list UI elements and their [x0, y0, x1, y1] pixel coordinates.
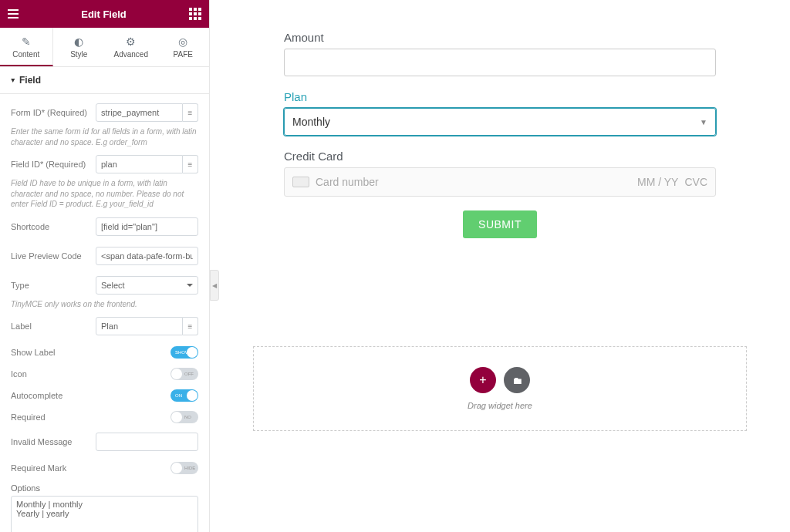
field-id-help: Field ID have to be unique in a form, wi…	[11, 178, 198, 210]
dynamic-tag-icon[interactable]: ≡	[183, 155, 198, 173]
field-amount: Amount	[284, 31, 716, 76]
type-help: TinyMCE only works on the frontend.	[11, 299, 198, 310]
required-label: Required	[11, 412, 46, 422]
card-icon	[292, 177, 309, 187]
tab-advanced[interactable]: ⚙Advanced	[105, 28, 157, 66]
options-label: Options	[11, 483, 198, 493]
panel-title: Edit Field	[81, 8, 127, 20]
editor-tabs: ✎Content ◐Style ⚙Advanced ◎PAFE	[0, 28, 209, 67]
plan-select[interactable]: Monthly ▼	[284, 108, 716, 136]
amount-input[interactable]	[284, 49, 716, 76]
menu-icon[interactable]	[8, 9, 19, 19]
autocomplete-toggle[interactable]: ON	[170, 389, 198, 402]
required-mark-label: Required Mark	[11, 463, 66, 473]
cc-label: Credit Card	[284, 150, 716, 163]
tab-content[interactable]: ✎Content	[0, 28, 53, 66]
dynamic-tag-icon[interactable]: ≡	[183, 317, 198, 335]
cc-cvc-placeholder: CVC	[684, 176, 707, 188]
shortcode-label: Shortcode	[11, 222, 96, 231]
field-id-label: Field ID* (Required)	[11, 160, 96, 169]
show-label-toggle[interactable]: SHOW	[170, 346, 198, 359]
apps-icon[interactable]	[189, 8, 201, 20]
template-library-button[interactable]: 🖿	[504, 367, 530, 393]
form-id-help: Enter the same form id for all fields in…	[11, 126, 198, 147]
panel-header: Edit Field	[0, 0, 209, 28]
section-header[interactable]: ▴Field	[0, 67, 209, 94]
panel-collapse-handle[interactable]: ◀	[210, 270, 219, 301]
pencil-icon: ✎	[0, 35, 52, 48]
options-textarea[interactable]: Monthly | monthly Yearly | yearly	[11, 496, 198, 532]
label-input[interactable]	[96, 317, 183, 335]
form-preview: Amount Plan Monthly ▼ Credit Card Card n…	[284, 31, 716, 238]
field-id-input[interactable]	[96, 155, 183, 173]
preview-code-input[interactable]	[96, 247, 198, 265]
icon-toggle[interactable]: OFF	[170, 368, 198, 380]
field-plan[interactable]: Plan Monthly ▼	[284, 90, 716, 136]
plan-label: Plan	[284, 90, 716, 103]
shortcode-input[interactable]	[96, 217, 198, 236]
icon-label: Icon	[11, 369, 27, 379]
preview-code-label: Live Preview Code	[11, 251, 96, 261]
amount-label: Amount	[284, 31, 716, 44]
widget-drop-area[interactable]: + 🖿 Drag widget here	[253, 346, 747, 431]
invalid-message-input[interactable]	[96, 433, 198, 451]
required-mark-toggle[interactable]: HIDE	[170, 462, 198, 474]
field-credit-card: Credit Card Card number MM / YY CVC	[284, 150, 716, 197]
tab-pafe[interactable]: ◎PAFE	[157, 28, 210, 66]
submit-button[interactable]: SUBMIT	[463, 210, 537, 238]
plan-selected-value: Monthly	[292, 116, 330, 128]
type-label: Type	[11, 281, 96, 290]
show-label-label: Show Label	[11, 348, 56, 357]
add-widget-button[interactable]: +	[470, 367, 496, 393]
autocomplete-label: Autocomplete	[11, 391, 62, 400]
dynamic-tag-icon[interactable]: ≡	[183, 103, 198, 122]
type-select[interactable]: Select	[96, 276, 198, 295]
contrast-icon: ◐	[53, 35, 106, 48]
gear-icon: ⚙	[105, 35, 157, 48]
editor-panel: Edit Field ✎Content ◐Style ⚙Advanced ◎PA…	[0, 0, 210, 532]
preview-area: ◀ Amount Plan Monthly ▼ Credit Card Card…	[210, 0, 790, 532]
cc-number-placeholder: Card number	[316, 176, 631, 188]
required-toggle[interactable]: NO	[170, 411, 198, 423]
form-id-input[interactable]	[96, 103, 183, 122]
form-id-label: Form ID* (Required)	[11, 108, 96, 117]
pafe-icon: ◎	[157, 35, 210, 48]
chevron-down-icon: ▴	[11, 77, 15, 85]
chevron-down-icon: ▼	[700, 118, 707, 126]
invalid-message-label: Invalid Message	[11, 437, 96, 446]
folder-icon: 🖿	[512, 375, 522, 386]
cc-input[interactable]: Card number MM / YY CVC	[284, 167, 716, 197]
cc-expiry-placeholder: MM / YY	[637, 176, 678, 188]
label-label: Label	[11, 322, 96, 331]
section-body: Form ID* (Required) ≡ Enter the same for…	[0, 94, 209, 532]
tab-style[interactable]: ◐Style	[53, 28, 106, 66]
drop-hint: Drag widget here	[468, 401, 532, 410]
